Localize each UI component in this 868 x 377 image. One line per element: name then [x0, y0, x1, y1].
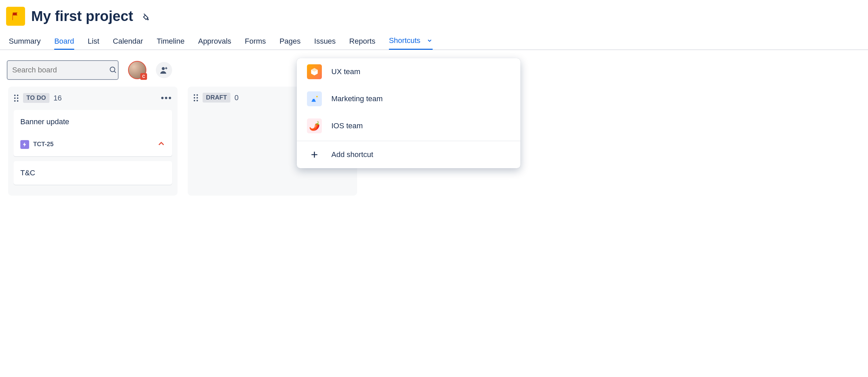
avatar[interactable]: C	[128, 61, 146, 79]
add-person-button[interactable]	[156, 62, 172, 78]
project-icon	[6, 7, 25, 26]
column-count: 16	[54, 94, 62, 103]
column-more-button[interactable]: •••	[161, 93, 172, 103]
column-count: 0	[234, 93, 239, 102]
shortcuts-dropdown: UX team Marketing team 🌶️ IOS team Add s…	[297, 58, 520, 168]
board-card[interactable]: Banner update TCT-25	[14, 110, 172, 156]
mountain-icon	[307, 91, 322, 106]
paint-bucket-icon[interactable]	[139, 10, 151, 22]
chili-icon: 🌶️	[307, 118, 322, 133]
shortcut-label: Marketing team	[331, 94, 383, 103]
tab-approvals[interactable]: Approvals	[198, 32, 231, 50]
issue-key: TCT-25	[33, 141, 54, 148]
priority-high-icon	[157, 140, 165, 149]
svg-point-8	[17, 100, 18, 102]
tab-list[interactable]: List	[88, 32, 99, 50]
card-title: T&C	[20, 169, 165, 177]
add-shortcut-button[interactable]: Add shortcut	[297, 141, 520, 168]
shortcut-label: UX team	[331, 67, 360, 76]
card-title: Banner update	[20, 117, 165, 126]
tab-shortcuts[interactable]: Shortcuts	[389, 32, 433, 50]
board-column-todo: TO DO 16 ••• Banner update TCT-25 T&C	[8, 87, 178, 196]
drag-handle-icon[interactable]	[193, 94, 199, 102]
column-status[interactable]: TO DO	[23, 93, 49, 103]
search-input[interactable]	[12, 66, 105, 74]
tab-issues[interactable]: Issues	[314, 32, 336, 50]
svg-point-7	[14, 100, 16, 102]
svg-point-2	[162, 67, 165, 70]
svg-point-13	[194, 100, 195, 101]
cube-icon	[307, 64, 322, 79]
column-status[interactable]: DRAFT	[203, 93, 230, 103]
svg-point-14	[197, 100, 198, 101]
tab-timeline[interactable]: Timeline	[157, 32, 184, 50]
tab-board[interactable]: Board	[54, 32, 74, 50]
tab-shortcuts-label: Shortcuts	[389, 31, 420, 50]
tab-summary[interactable]: Summary	[9, 32, 41, 50]
project-title: My first project	[31, 8, 133, 24]
svg-point-11	[194, 97, 195, 98]
svg-point-12	[197, 97, 198, 98]
svg-point-6	[17, 97, 18, 98]
svg-point-0	[110, 67, 115, 72]
tab-reports[interactable]: Reports	[349, 32, 375, 50]
svg-point-3	[14, 94, 16, 96]
shortcut-label: IOS team	[331, 121, 363, 130]
shortcut-item-ux[interactable]: UX team	[297, 58, 520, 85]
tab-pages[interactable]: Pages	[280, 32, 301, 50]
search-icon	[109, 66, 117, 75]
add-shortcut-label: Add shortcut	[331, 150, 373, 159]
tab-calendar[interactable]: Calendar	[113, 32, 143, 50]
shortcut-item-ios[interactable]: 🌶️ IOS team	[297, 112, 520, 139]
story-type-icon	[20, 140, 29, 149]
board-card[interactable]: T&C	[14, 161, 172, 185]
svg-marker-16	[313, 97, 314, 99]
tab-forms[interactable]: Forms	[245, 32, 266, 50]
chevron-down-icon	[427, 38, 433, 44]
svg-point-9	[194, 94, 195, 95]
drag-handle-icon[interactable]	[14, 94, 19, 102]
shortcut-item-marketing[interactable]: Marketing team	[297, 85, 520, 112]
svg-point-5	[14, 97, 16, 98]
search-box[interactable]	[7, 60, 119, 80]
avatar-badge: C	[140, 73, 147, 80]
svg-point-10	[197, 94, 198, 95]
plus-icon	[307, 147, 322, 162]
svg-point-17	[316, 96, 317, 97]
svg-line-1	[115, 71, 116, 72]
svg-point-4	[17, 94, 18, 96]
tabs: Summary Board List Calendar Timeline App…	[0, 32, 868, 50]
